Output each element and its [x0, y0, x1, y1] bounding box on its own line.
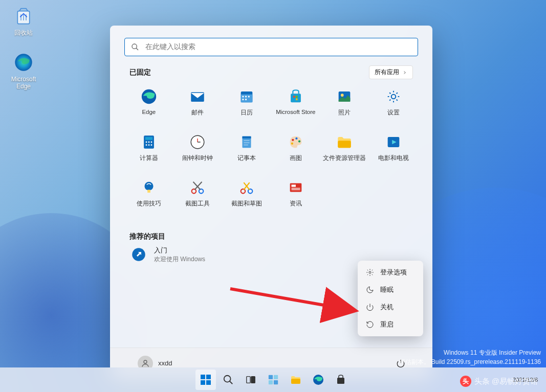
user-name: xxdd: [158, 359, 172, 367]
recommended-getting-started[interactable]: 入门 欢迎使用 Windows: [129, 241, 263, 268]
pinned-clock[interactable]: 闹钟和时钟: [173, 130, 223, 167]
svg-rect-73: [273, 375, 277, 379]
recycle-bin-label: 回收站: [4, 29, 43, 37]
taskbar-widgets[interactable]: [263, 370, 283, 390]
svg-rect-54: [290, 183, 301, 192]
pinned-store[interactable]: Microsoft Store: [271, 84, 320, 122]
svg-point-23: [145, 142, 147, 143]
svg-point-40: [291, 143, 293, 145]
pinned-notepad[interactable]: 记事本: [222, 130, 271, 167]
svg-point-44: [144, 182, 153, 191]
svg-rect-78: [337, 378, 344, 384]
svg-rect-12: [245, 99, 247, 100]
taskbar: 2021/12/8: [0, 367, 546, 392]
pinned-photos[interactable]: 照片: [320, 84, 369, 122]
pinned-news[interactable]: 资讯: [271, 175, 320, 213]
svg-rect-41: [338, 141, 352, 148]
svg-line-69: [229, 381, 232, 384]
pinned-mail[interactable]: 邮件: [173, 84, 223, 122]
pinned-calculator[interactable]: 计算器: [124, 130, 173, 167]
svg-point-19: [341, 94, 344, 97]
taskbar-taskview[interactable]: [241, 370, 261, 390]
gear-icon: [366, 268, 374, 276]
all-apps-button[interactable]: 所有应用: [369, 65, 413, 79]
taskbar-store[interactable]: [331, 370, 351, 390]
svg-point-50: [241, 189, 246, 194]
getting-started-icon: [129, 245, 148, 264]
svg-rect-11: [243, 99, 244, 100]
edge-desktop-icon[interactable]: Microsoft Edge: [4, 51, 43, 90]
svg-rect-45: [147, 190, 150, 193]
recycle-bin-icon: [12, 4, 35, 27]
rec-sub: 欢迎使用 Windows: [154, 255, 205, 264]
svg-rect-33: [243, 136, 251, 139]
restart-icon: [366, 320, 374, 329]
rec-title: 入门: [154, 246, 205, 255]
chevron-right-icon: [402, 70, 407, 75]
pinned-edge[interactable]: Edge: [124, 84, 173, 122]
svg-point-60: [369, 271, 371, 273]
svg-rect-76: [291, 379, 300, 384]
svg-rect-7: [241, 95, 253, 103]
recycle-bin[interactable]: 回收站: [4, 4, 43, 37]
svg-rect-64: [201, 375, 205, 379]
svg-rect-75: [273, 380, 277, 384]
svg-rect-72: [268, 375, 272, 379]
svg-rect-70: [246, 377, 250, 383]
svg-point-27: [148, 144, 149, 146]
svg-point-51: [248, 189, 253, 194]
pinned-title: 已固定: [129, 68, 151, 77]
svg-rect-22: [145, 137, 152, 140]
start-menu: 在此键入以搜索 已固定 所有应用 Edge 邮件 日历 Microsoft St…: [110, 26, 432, 378]
taskbar-search[interactable]: [218, 370, 238, 390]
taskbar-start[interactable]: [195, 370, 216, 390]
svg-rect-74: [268, 380, 272, 384]
svg-point-24: [148, 142, 149, 143]
svg-rect-13: [291, 94, 301, 102]
pinned-tips[interactable]: 使用技巧: [124, 175, 173, 213]
power-menu: 登录选项 睡眠 关机 重启: [358, 261, 423, 336]
search-box[interactable]: 在此键入以搜索: [124, 38, 418, 56]
svg-point-25: [150, 142, 152, 143]
svg-rect-15: [296, 96, 298, 98]
power-icon: [366, 303, 374, 311]
pinned-explorer[interactable]: 文件资源管理器: [320, 130, 369, 167]
svg-rect-10: [248, 96, 250, 98]
tray-date: 2021/12/8: [513, 377, 538, 383]
svg-rect-66: [201, 380, 205, 385]
edge-desktop-label: Microsoft Edge: [4, 76, 43, 90]
pinned-snipping[interactable]: 截图工具: [173, 175, 223, 213]
svg-rect-67: [206, 380, 211, 385]
svg-point-39: [298, 140, 300, 142]
svg-point-37: [292, 139, 294, 141]
taskbar-edge[interactable]: [308, 370, 329, 390]
svg-rect-8: [243, 96, 244, 98]
svg-rect-9: [245, 96, 247, 98]
power-sleep[interactable]: 睡眠: [361, 281, 420, 298]
pinned-paint[interactable]: 画图: [271, 130, 320, 167]
taskbar-explorer[interactable]: [286, 370, 306, 390]
pinned-snip-sketch[interactable]: 截图和草图: [222, 175, 271, 213]
svg-rect-14: [293, 96, 295, 98]
pinned-settings[interactable]: 设置: [369, 84, 418, 122]
system-tray[interactable]: 2021/12/8: [513, 367, 544, 392]
pinned-calendar[interactable]: 日历: [222, 84, 271, 122]
power-restart[interactable]: 重启: [361, 316, 420, 333]
svg-point-20: [391, 95, 396, 99]
recommended-title: 推荐的项目: [129, 232, 413, 241]
svg-rect-55: [291, 185, 296, 187]
svg-rect-71: [251, 377, 254, 383]
pinned-movies[interactable]: 电影和电视: [369, 130, 418, 167]
svg-point-26: [145, 144, 147, 146]
svg-point-68: [224, 376, 230, 382]
power-signin-options[interactable]: 登录选项: [361, 264, 420, 281]
svg-point-28: [150, 144, 152, 146]
svg-rect-16: [293, 99, 295, 101]
svg-point-2: [132, 44, 137, 49]
moon-icon: [366, 286, 374, 294]
svg-rect-17: [296, 99, 298, 101]
build-info: Windows 11 专业版 Insider Preview 评估副本。 Bui…: [399, 348, 541, 366]
svg-line-3: [136, 48, 138, 50]
search-icon: [131, 43, 139, 51]
power-shutdown[interactable]: 关机: [361, 298, 420, 316]
